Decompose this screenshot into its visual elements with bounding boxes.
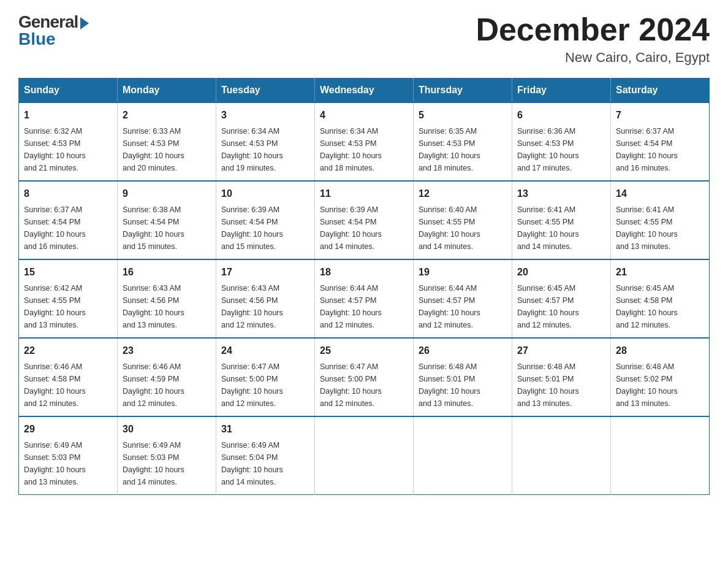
day-info: Sunrise: 6:49 AMSunset: 5:03 PMDaylight:… <box>24 439 112 488</box>
day-info: Sunrise: 6:45 AMSunset: 4:58 PMDaylight:… <box>616 282 704 331</box>
day-number: 27 <box>517 343 605 358</box>
day-info: Sunrise: 6:42 AMSunset: 4:55 PMDaylight:… <box>24 282 112 331</box>
day-info: Sunrise: 6:48 AMSunset: 5:02 PMDaylight:… <box>616 361 704 410</box>
calendar-cell: 29 Sunrise: 6:49 AMSunset: 5:03 PMDaylig… <box>19 416 118 495</box>
day-info: Sunrise: 6:49 AMSunset: 5:04 PMDaylight:… <box>221 439 309 488</box>
day-number: 8 <box>24 186 112 201</box>
day-number: 28 <box>616 343 704 358</box>
header-tuesday: Tuesday <box>216 79 315 103</box>
day-info: Sunrise: 6:32 AMSunset: 4:53 PMDaylight:… <box>24 125 112 174</box>
calendar-cell: 2 Sunrise: 6:33 AMSunset: 4:53 PMDayligh… <box>118 102 216 181</box>
day-number: 31 <box>221 422 309 437</box>
day-number: 19 <box>419 265 507 280</box>
day-number: 15 <box>24 265 112 280</box>
day-number: 24 <box>221 343 309 358</box>
calendar-cell: 7 Sunrise: 6:37 AMSunset: 4:54 PMDayligh… <box>611 102 710 181</box>
day-number: 17 <box>221 265 309 280</box>
calendar-cell: 23 Sunrise: 6:46 AMSunset: 4:59 PMDaylig… <box>118 338 216 416</box>
calendar-cell: 17 Sunrise: 6:43 AMSunset: 4:56 PMDaylig… <box>216 259 315 338</box>
day-number: 10 <box>221 186 309 201</box>
title-section: December 2024 New Cairo, Cairo, Egypt <box>476 12 710 66</box>
month-title: December 2024 <box>476 12 710 47</box>
calendar-cell: 20 Sunrise: 6:45 AMSunset: 4:57 PMDaylig… <box>512 259 611 338</box>
day-number: 4 <box>320 108 408 123</box>
day-info: Sunrise: 6:44 AMSunset: 4:57 PMDaylight:… <box>320 282 408 331</box>
day-info: Sunrise: 6:35 AMSunset: 4:53 PMDaylight:… <box>419 125 507 174</box>
day-number: 1 <box>24 108 112 123</box>
day-number: 20 <box>517 265 605 280</box>
calendar-cell: 26 Sunrise: 6:48 AMSunset: 5:01 PMDaylig… <box>414 338 512 416</box>
logo-arrow-icon <box>80 17 89 29</box>
calendar-cell: 11 Sunrise: 6:39 AMSunset: 4:54 PMDaylig… <box>315 181 414 259</box>
day-info: Sunrise: 6:34 AMSunset: 4:53 PMDaylight:… <box>320 125 408 174</box>
day-number: 9 <box>123 186 211 201</box>
day-number: 14 <box>616 186 704 201</box>
day-info: Sunrise: 6:37 AMSunset: 4:54 PMDaylight:… <box>24 204 112 253</box>
day-number: 3 <box>221 108 309 123</box>
calendar-table: SundayMondayTuesdayWednesdayThursdayFrid… <box>18 78 710 495</box>
calendar-cell <box>512 416 611 495</box>
calendar-cell: 1 Sunrise: 6:32 AMSunset: 4:53 PMDayligh… <box>19 102 118 181</box>
day-number: 22 <box>24 343 112 358</box>
day-info: Sunrise: 6:46 AMSunset: 4:58 PMDaylight:… <box>24 361 112 410</box>
day-number: 18 <box>320 265 408 280</box>
calendar-cell: 19 Sunrise: 6:44 AMSunset: 4:57 PMDaylig… <box>414 259 512 338</box>
day-number: 23 <box>123 343 211 358</box>
day-number: 6 <box>517 108 605 123</box>
day-number: 7 <box>616 108 704 123</box>
calendar-cell <box>611 416 710 495</box>
day-number: 21 <box>616 265 704 280</box>
day-info: Sunrise: 6:44 AMSunset: 4:57 PMDaylight:… <box>419 282 507 331</box>
day-info: Sunrise: 6:46 AMSunset: 4:59 PMDaylight:… <box>123 361 211 410</box>
day-number: 16 <box>123 265 211 280</box>
calendar-cell: 3 Sunrise: 6:34 AMSunset: 4:53 PMDayligh… <box>216 102 315 181</box>
day-number: 13 <box>517 186 605 201</box>
header-sunday: Sunday <box>19 79 118 103</box>
day-info: Sunrise: 6:47 AMSunset: 5:00 PMDaylight:… <box>320 361 408 410</box>
calendar-cell: 18 Sunrise: 6:44 AMSunset: 4:57 PMDaylig… <box>315 259 414 338</box>
day-info: Sunrise: 6:39 AMSunset: 4:54 PMDaylight:… <box>320 204 408 253</box>
header-thursday: Thursday <box>414 79 512 103</box>
calendar-cell <box>315 416 414 495</box>
day-number: 11 <box>320 186 408 201</box>
header-monday: Monday <box>118 79 216 103</box>
day-info: Sunrise: 6:49 AMSunset: 5:03 PMDaylight:… <box>123 439 211 488</box>
day-info: Sunrise: 6:43 AMSunset: 4:56 PMDaylight:… <box>221 282 309 331</box>
day-info: Sunrise: 6:37 AMSunset: 4:54 PMDaylight:… <box>616 125 704 174</box>
day-number: 5 <box>419 108 507 123</box>
calendar-cell: 16 Sunrise: 6:43 AMSunset: 4:56 PMDaylig… <box>118 259 216 338</box>
calendar-cell: 5 Sunrise: 6:35 AMSunset: 4:53 PMDayligh… <box>414 102 512 181</box>
day-info: Sunrise: 6:41 AMSunset: 4:55 PMDaylight:… <box>517 204 605 253</box>
day-info: Sunrise: 6:48 AMSunset: 5:01 PMDaylight:… <box>419 361 507 410</box>
logo: General Blue <box>18 12 89 49</box>
calendar-cell: 15 Sunrise: 6:42 AMSunset: 4:55 PMDaylig… <box>19 259 118 338</box>
day-number: 30 <box>123 422 211 437</box>
calendar-cell: 22 Sunrise: 6:46 AMSunset: 4:58 PMDaylig… <box>19 338 118 416</box>
calendar-cell: 31 Sunrise: 6:49 AMSunset: 5:04 PMDaylig… <box>216 416 315 495</box>
day-info: Sunrise: 6:47 AMSunset: 5:00 PMDaylight:… <box>221 361 309 410</box>
location-title: New Cairo, Cairo, Egypt <box>476 50 710 66</box>
calendar-cell: 8 Sunrise: 6:37 AMSunset: 4:54 PMDayligh… <box>19 181 118 259</box>
calendar-cell: 6 Sunrise: 6:36 AMSunset: 4:53 PMDayligh… <box>512 102 611 181</box>
calendar-cell: 14 Sunrise: 6:41 AMSunset: 4:55 PMDaylig… <box>611 181 710 259</box>
calendar-week-2: 8 Sunrise: 6:37 AMSunset: 4:54 PMDayligh… <box>19 181 710 259</box>
day-info: Sunrise: 6:45 AMSunset: 4:57 PMDaylight:… <box>517 282 605 331</box>
calendar-week-3: 15 Sunrise: 6:42 AMSunset: 4:55 PMDaylig… <box>19 259 710 338</box>
header-wednesday: Wednesday <box>315 79 414 103</box>
logo-blue-text: Blue <box>18 29 56 49</box>
calendar-cell: 12 Sunrise: 6:40 AMSunset: 4:55 PMDaylig… <box>414 181 512 259</box>
day-info: Sunrise: 6:40 AMSunset: 4:55 PMDaylight:… <box>419 204 507 253</box>
day-info: Sunrise: 6:43 AMSunset: 4:56 PMDaylight:… <box>123 282 211 331</box>
calendar-cell: 27 Sunrise: 6:48 AMSunset: 5:01 PMDaylig… <box>512 338 611 416</box>
calendar-cell <box>414 416 512 495</box>
header-friday: Friday <box>512 79 611 103</box>
calendar-cell: 30 Sunrise: 6:49 AMSunset: 5:03 PMDaylig… <box>118 416 216 495</box>
calendar-week-5: 29 Sunrise: 6:49 AMSunset: 5:03 PMDaylig… <box>19 416 710 495</box>
day-number: 12 <box>419 186 507 201</box>
day-number: 29 <box>24 422 112 437</box>
day-info: Sunrise: 6:33 AMSunset: 4:53 PMDaylight:… <box>123 125 211 174</box>
day-number: 25 <box>320 343 408 358</box>
day-info: Sunrise: 6:36 AMSunset: 4:53 PMDaylight:… <box>517 125 605 174</box>
page-header: General Blue December 2024 New Cairo, Ca… <box>18 12 710 66</box>
day-info: Sunrise: 6:48 AMSunset: 5:01 PMDaylight:… <box>517 361 605 410</box>
